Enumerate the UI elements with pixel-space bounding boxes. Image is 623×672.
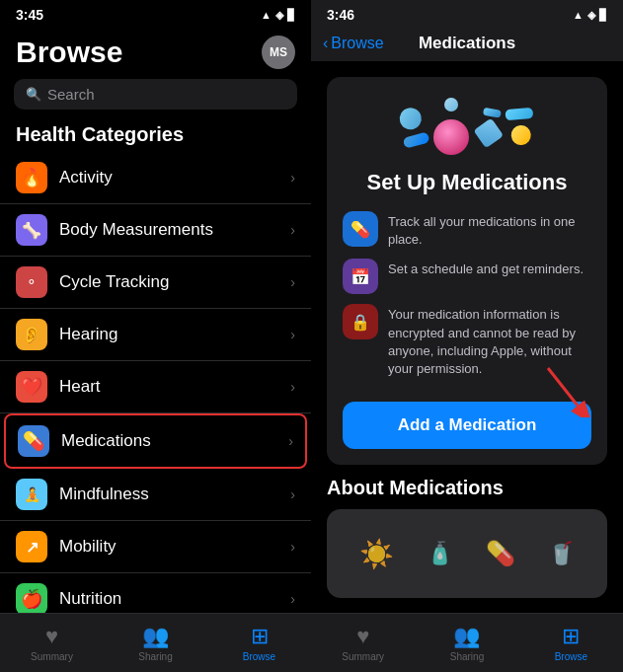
- setup-title: Set Up Medications: [343, 170, 591, 195]
- chevron-icon: ›: [290, 591, 295, 607]
- cup-icon: 🥤: [548, 541, 575, 566]
- feature-row-2: 📅 Set a schedule and get reminders.: [343, 259, 591, 294]
- menu-item-activity[interactable]: 🔥 Activity ›: [0, 152, 311, 204]
- chevron-icon: ›: [290, 379, 295, 395]
- right-tab-bar: ♥ Summary 👥 Sharing ⊞ Browse: [311, 613, 623, 672]
- chevron-icon: ›: [290, 539, 295, 555]
- browse-tab-label-right: Browse: [555, 651, 587, 662]
- menu-item-cycle[interactable]: ⚬ Cycle Tracking ›: [0, 257, 311, 309]
- medication-bottle-icon: 🧴: [427, 541, 453, 566]
- heart-icon: ❤️: [16, 371, 47, 403]
- search-bar[interactable]: 🔍 Search: [14, 79, 297, 110]
- search-icon: 🔍: [26, 87, 41, 102]
- about-title: About Medications: [327, 477, 607, 499]
- sharing-tab-icon-right: 👥: [453, 624, 480, 649]
- back-button[interactable]: ‹ Browse: [323, 35, 384, 52]
- wifi-icon-right: ◈: [587, 9, 595, 22]
- feature-row-3: 🔒 Your medication information is encrypt…: [343, 304, 591, 378]
- tab-summary-left[interactable]: ♥ Summary: [0, 614, 104, 672]
- nutrition-icon: 🍎: [16, 583, 47, 613]
- browse-tab-icon-right: ⊞: [562, 624, 580, 649]
- about-section: About Medications ☀️ 🧴 💊 🥤: [327, 477, 607, 606]
- cycle-label: Cycle Tracking: [59, 272, 290, 292]
- mobility-icon: ↗: [16, 531, 47, 562]
- back-label: Browse: [331, 35, 383, 52]
- menu-item-body[interactable]: 🦴 Body Measurements ›: [0, 204, 311, 257]
- chevron-icon: ›: [288, 433, 293, 449]
- signal-icon-right: ▲: [573, 9, 584, 21]
- menu-list: 🔥 Activity › 🦴 Body Measurements › ⚬ Cyc…: [0, 152, 311, 613]
- med-card-wrapper: Set Up Medications 💊 Track all your medi…: [327, 77, 607, 465]
- health-categories-label: Health Categories: [0, 119, 311, 152]
- menu-item-heart[interactable]: ❤️ Heart ›: [0, 361, 311, 413]
- feature-row-1: 💊 Track all your medications in one plac…: [343, 211, 591, 249]
- menu-item-mindfulness[interactable]: 🧘 Mindfulness ›: [0, 469, 311, 521]
- hearing-icon: 👂: [16, 319, 47, 350]
- right-time: 3:46: [327, 7, 354, 23]
- sharing-tab-label-right: Sharing: [450, 651, 484, 662]
- pill-icons-row: [343, 97, 591, 156]
- summary-tab-icon: ♥: [45, 624, 58, 649]
- sun-icon: ☀️: [359, 538, 394, 570]
- chevron-icon: ›: [290, 327, 295, 342]
- mindfulness-label: Mindfulness: [59, 485, 290, 504]
- body-icon: 🦴: [16, 214, 47, 246]
- medications-icon: 💊: [18, 425, 49, 457]
- right-nav-title: Medications: [419, 34, 515, 53]
- tab-browse-right[interactable]: ⊞ Browse: [519, 614, 623, 672]
- left-status-icons: ▲ ◈ ▊: [261, 9, 295, 22]
- left-tab-bar: ♥ Summary 👥 Sharing ⊞ Browse: [0, 613, 311, 672]
- add-medication-button[interactable]: Add a Medication: [343, 402, 591, 449]
- wifi-icon: ◈: [275, 9, 283, 22]
- right-content: Set Up Medications 💊 Track all your medi…: [311, 61, 623, 613]
- chevron-icon: ›: [290, 170, 295, 186]
- tab-sharing-left[interactable]: 👥 Sharing: [104, 614, 207, 672]
- summary-tab-label: Summary: [31, 651, 73, 662]
- mobility-label: Mobility: [59, 537, 290, 557]
- pills-jar-icon: 💊: [486, 540, 515, 567]
- chevron-icon: ›: [290, 486, 295, 502]
- feature-schedule-text: Set a schedule and get reminders.: [388, 259, 591, 278]
- sharing-tab-icon: 👥: [142, 624, 169, 649]
- chevron-icon: ›: [290, 274, 295, 290]
- search-placeholder: Search: [47, 86, 95, 103]
- chevron-icon: ›: [290, 222, 295, 238]
- sharing-tab-label: Sharing: [138, 651, 172, 662]
- tab-browse-left[interactable]: ⊞ Browse: [207, 614, 311, 672]
- body-label: Body Measurements: [59, 220, 290, 240]
- tab-sharing-right[interactable]: 👥 Sharing: [415, 614, 518, 672]
- left-status-bar: 3:45 ▲ ◈ ▊: [0, 0, 311, 28]
- browse-header: Browse MS: [0, 28, 311, 75]
- menu-item-mobility[interactable]: ↗ Mobility ›: [0, 521, 311, 573]
- medications-setup-card: Set Up Medications 💊 Track all your medi…: [327, 77, 607, 465]
- mindfulness-icon: 🧘: [16, 479, 47, 510]
- left-time: 3:45: [16, 7, 43, 23]
- feature-privacy-text: Your medication information is encrypted…: [388, 304, 591, 378]
- menu-item-hearing[interactable]: 👂 Hearing ›: [0, 309, 311, 361]
- right-panel: 3:46 ▲ ◈ ▊ ‹ Browse Medications: [311, 0, 623, 672]
- summary-tab-icon-right: ♥: [356, 624, 369, 649]
- battery-icon-right: ▊: [599, 9, 607, 22]
- right-nav: ‹ Browse Medications: [311, 28, 623, 61]
- avatar[interactable]: MS: [262, 36, 295, 69]
- right-status-bar: 3:46 ▲ ◈ ▊: [311, 0, 623, 28]
- menu-item-nutrition[interactable]: 🍎 Nutrition ›: [0, 573, 311, 613]
- right-status-icons: ▲ ◈ ▊: [573, 9, 607, 22]
- activity-icon: 🔥: [16, 162, 47, 193]
- menu-item-medications[interactable]: 💊 Medications ›: [4, 413, 307, 469]
- feature-track-text: Track all your medications in one place.: [388, 211, 591, 249]
- cycle-icon: ⚬: [16, 266, 47, 298]
- summary-tab-label-right: Summary: [342, 651, 384, 662]
- browse-tab-icon: ⊞: [251, 624, 269, 649]
- tab-summary-right[interactable]: ♥ Summary: [311, 614, 415, 672]
- activity-label: Activity: [59, 168, 290, 187]
- feature-track-icon: 💊: [343, 211, 378, 247]
- about-card: ☀️ 🧴 💊 🥤: [327, 509, 607, 598]
- battery-icon: ▊: [287, 9, 295, 22]
- back-chevron-icon: ‹: [323, 35, 328, 52]
- browse-tab-label: Browse: [243, 651, 275, 662]
- heart-label: Heart: [59, 377, 290, 397]
- nutrition-label: Nutrition: [59, 589, 290, 609]
- signal-icon: ▲: [261, 9, 272, 21]
- left-panel: 3:45 ▲ ◈ ▊ Browse MS 🔍 Search Health Cat…: [0, 0, 311, 672]
